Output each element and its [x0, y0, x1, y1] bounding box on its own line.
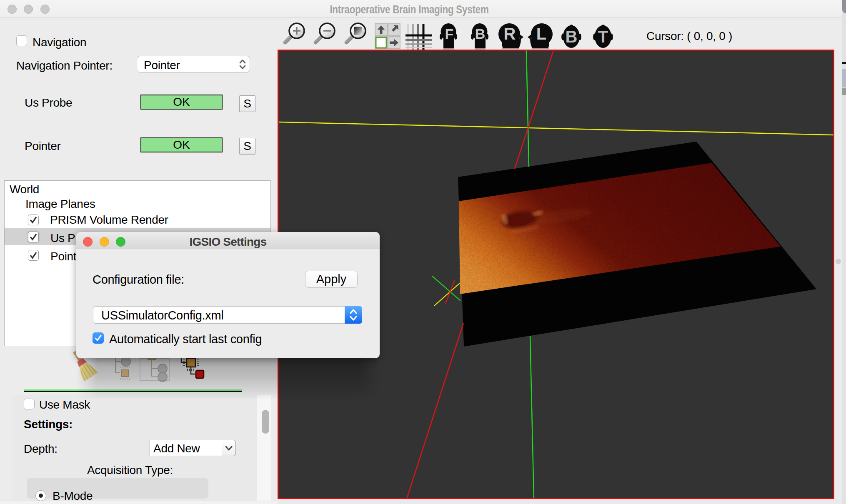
svg-text:B: B	[475, 26, 486, 42]
svg-text:B: B	[566, 27, 578, 46]
svg-text:R: R	[504, 25, 516, 43]
svg-text:L: L	[536, 25, 546, 43]
svg-text:F: F	[445, 26, 454, 42]
svg-text:T: T	[598, 27, 608, 46]
